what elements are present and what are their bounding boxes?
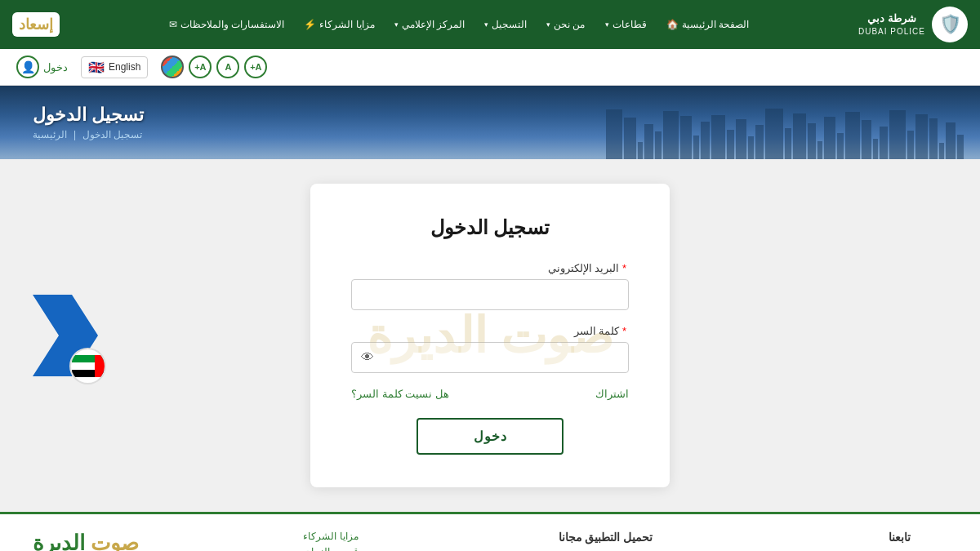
nav-item-partners[interactable]: مزايا الشركاء ⚡ [294,12,384,37]
main-nav-links: الاستفسارات والملاحظات ✉ مزايا الشركاء ⚡… [159,12,759,37]
uae-flag-badge [69,348,106,384]
subscribe-link[interactable]: اشتراك [595,388,629,400]
breadcrumb: تسجيل الدخول | الرئيسية [33,129,144,140]
form-links: اشتراك هل نسيت كلمة السر؟ [351,388,629,400]
footer-links-list: مزايا الشركاء قصص النجاح تسجيل الشركات [289,531,358,551]
chevron-decoration [33,295,98,376]
footer-download-section: تحميل التطبيق مجانا ▶ GET IT ON Google P… [509,531,702,551]
footer-link-partners[interactable]: مزايا الشركاء [289,531,358,542]
flag-white-stripe [72,362,105,370]
email-label: * البريد الإلكتروني [351,262,629,274]
chevron-down-icon: ▾ [605,20,609,29]
hero-title-area: تسجيل الدخول تسجيل الدخول | الرئيسية [33,104,144,140]
email-input[interactable] [351,279,629,310]
logo-text: شرطة دبي DUBAI POLICE [858,12,925,37]
nav-item-home[interactable]: الصفحة الرئيسية 🏠 [657,12,759,37]
forgot-password-link[interactable]: هل نسيت كلمة السر؟ [351,388,449,400]
page-footer: صوت الديرة sawtaldirah مزايا الشركاء قصص… [0,512,980,551]
color-accessibility-button[interactable] [161,56,184,78]
footer-logo-area: صوت الديرة sawtaldirah [33,531,139,551]
logo-shield: 🛡️ [932,7,968,42]
footer-links-section: مزايا الشركاء قصص النجاح تسجيل الشركات [289,531,358,551]
logo-area: 🛡️ شرطة دبي DUBAI POLICE [858,7,968,42]
logo-al-text: الديرة [33,531,85,551]
email-required-star: * [622,262,626,274]
user-avatar-icon: 👤 [16,56,39,78]
nav-item-about[interactable]: من نحن ▾ [537,12,595,37]
login-submit-button[interactable]: دخول [416,418,564,455]
nav-item-media[interactable]: المركز الإعلامي ▾ [385,12,474,37]
breadcrumb-separator: | [74,129,76,140]
main-content: صوت الديرة صوت الديرة تسجيل الدخول * [0,159,980,512]
city-skyline [0,110,980,159]
background-watermark: صوت الديرة [367,307,614,364]
message-icon: ✉ [169,19,177,30]
top-navigation: 🛡️ شرطة دبي DUBAI POLICE الاستفسارات وال… [0,0,980,49]
partners-icon: ⚡ [304,19,316,30]
font-size-large-button[interactable]: A+ [189,56,212,78]
breadcrumb-current: تسجيل الدخول [82,129,142,140]
download-title: تحميل التطبيق مجانا [509,531,702,544]
chevron-down-icon: ▾ [546,20,550,29]
esaad-logo[interactable]: إسعاد [12,12,60,37]
uae-flag [72,355,105,378]
nav-item-inquiries[interactable]: الاستفسارات والملاحظات ✉ [159,12,294,37]
left-decoration [0,270,98,401]
nav-item-sectors[interactable]: قطاعات ▾ [595,12,657,37]
uk-flag-icon: 🇬🇧 [88,60,105,75]
breadcrumb-home[interactable]: الرئيسية [33,129,67,140]
top-login-button[interactable]: دخول 👤 [16,56,68,78]
home-icon: 🏠 [666,19,679,30]
email-form-group: * البريد الإلكتروني [351,262,629,310]
secondary-navigation: دخول 👤 English 🇬🇧 A+ A A+ [0,49,980,86]
hero-banner: تسجيل الدخول تسجيل الدخول | الرئيسية [0,86,980,159]
follow-title: تابعنا [853,531,947,544]
font-size-medium-button[interactable]: A [216,56,239,78]
esaad-text: إسعاد [19,16,53,33]
language-switcher[interactable]: English 🇬🇧 [81,56,148,78]
flag-red-bar [95,355,105,378]
page-title: تسجيل الدخول [33,104,144,126]
chevron-down-icon: ▾ [484,20,488,29]
footer-social-section: تابعنا 𝕏 ◎ f [853,531,947,551]
logo-sawt-text: صوت [91,531,139,551]
nav-item-registration[interactable]: التسجيل ▾ [474,12,537,37]
password-required-star: * [622,325,626,337]
font-size-small-button[interactable]: A+ [244,56,267,78]
chevron-down-icon: ▾ [394,20,399,29]
sawtaldirah-logo: صوت الديرة [33,531,139,551]
footer-link-success[interactable]: قصص النجاح [289,546,358,551]
login-form-title: تسجيل الدخول [351,216,629,239]
accessibility-controls: A+ A A+ [161,56,267,78]
